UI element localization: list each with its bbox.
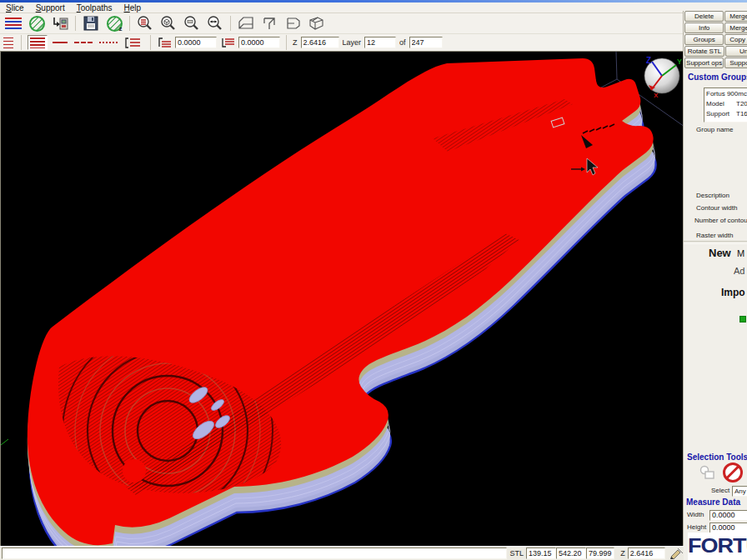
units-button[interactable]: Units [725,46,747,57]
slice-icon [29,16,45,32]
stl-label: STL [509,549,524,558]
upper-offset-icon [157,37,172,48]
stl-dim-y: 542.20 [556,548,586,559]
sliced-part-view: Z Y X [1,52,684,547]
layer-number-input[interactable] [364,37,396,48]
deselect-icon[interactable] [721,461,744,484]
measure-height-label: Height [687,523,706,531]
support-tip-value: T16 tip [736,109,747,119]
layer-toolbar: Z Layer of [0,34,685,52]
menubar: Slice Support Toolpaths Help [0,2,747,13]
dashed-line-button[interactable] [73,36,94,49]
operations-button-grid: Delete Merge op Info Merge clo Groups Co… [684,11,747,69]
group-name-label: Group name [696,126,733,133]
stl-dim-x: 139.15 [526,548,556,559]
model-tip-label: Model [706,100,724,108]
support-ops-button[interactable]: Support ops [684,58,724,68]
solid-line-button[interactable] [51,36,69,49]
fortus-logo: FORTUS [688,534,747,558]
rotate-stl-button[interactable]: Rotate STL [684,46,724,57]
orientation-sphere[interactable]: Z Y X [644,56,682,99]
measure-width-field[interactable]: 0.0000 [709,510,747,521]
z-label: Z [293,38,298,47]
view-left-cube-icon [283,15,303,32]
machine-name: Fortus 900mc [706,90,747,98]
zoom-fit-button[interactable] [158,15,179,32]
zoom-layer-icon [137,15,153,32]
copy-through-button[interactable]: Copy Thro [724,34,747,45]
toolbar-separator [75,16,76,31]
menu-slice[interactable]: Slice [0,3,30,12]
zoom-layer-button[interactable] [134,15,156,32]
import-group-button[interactable]: Impo [721,287,745,298]
main-toolbar: z [0,13,686,34]
layer-total-input[interactable] [409,37,443,48]
layers-toolpaths-button[interactable] [3,15,24,32]
machine-config-list[interactable]: Fortus 900mc Model T20 tip Support T16 t… [704,88,747,122]
info-button[interactable]: Info [684,22,724,33]
zoom-fit-icon [160,15,177,32]
model-tip-value: T20 tip [736,99,747,109]
axis-z-label: Z [646,56,651,65]
axis-x-label: X [654,92,659,99]
save-icon [83,15,99,32]
status-z-value: 2.6416 [628,548,665,559]
view-left-button[interactable] [282,15,303,32]
lower-offset-input[interactable] [238,37,280,48]
zoom-out-button[interactable] [181,15,203,32]
view-corner-cube-icon [259,15,279,32]
shape-select-icon[interactable] [699,465,719,482]
zoom-pan-button[interactable] [204,15,226,32]
custom-groups-header: Custom Groups [688,72,747,82]
status-z-label: Z [620,549,625,558]
axis-y-label: Y [677,58,682,66]
solid-line-icon [53,42,68,43]
select-mode-dropdown[interactable]: Any [732,486,747,497]
group-color-swatch [739,316,746,322]
upper-offset-input[interactable] [175,37,217,48]
modify-group-button[interactable]: M [737,248,744,258]
layer-stripes-icon [30,38,45,48]
zoom-pan-icon [207,15,223,32]
menu-support[interactable]: Support [30,3,71,12]
view-bottom-button[interactable] [235,15,257,32]
z-height-input[interactable] [301,37,339,48]
of-label: of [399,38,406,47]
slice-z-button[interactable]: z [103,15,125,32]
edit-pointer-icon[interactable] [669,548,684,559]
contour-width-label: Contour width [696,204,737,212]
bracket-layers-button[interactable] [123,36,144,49]
measure-width-label: Width [687,511,704,518]
menu-help[interactable]: Help [118,3,148,12]
show-layers-button[interactable] [28,35,48,50]
dotted-line-icon [99,42,118,43]
3d-viewport[interactable]: Z Y X [0,51,684,546]
support-tip-label: Support [706,110,729,118]
save-button[interactable] [80,15,102,32]
panel-separator [684,241,747,244]
statusbar: STL 139.15 542.20 79.999 Z 2.6416 [0,546,684,560]
current-layer-button[interactable] [2,36,15,49]
toolpath-export-button[interactable] [49,15,71,32]
toolbar-separator [21,35,22,50]
add-group-button[interactable]: Ad [734,266,744,276]
merge-closed-button[interactable]: Merge clo [724,22,747,33]
bracket-layers-icon [124,37,143,49]
right-panel: Delete Merge op Info Merge clo Groups Co… [683,11,747,560]
merge-open-button[interactable]: Merge op [724,11,747,22]
groups-button[interactable]: Groups [684,34,724,45]
delete-button[interactable]: Delete [684,11,724,22]
view-corner-button[interactable] [258,15,280,32]
dashed-line-icon [74,42,93,43]
slice-button[interactable] [26,15,48,32]
view-open-button[interactable] [305,15,327,32]
new-group-button[interactable]: New [709,247,731,259]
layer-label: Layer [343,38,362,47]
status-message-field [2,548,507,559]
origin-axis-tick [1,439,8,445]
number-of-contours-label: Number of contours [694,217,747,224]
support-values-button[interactable]: Support va [724,58,747,68]
menu-toolpaths[interactable]: Toolpaths [71,3,118,12]
dotted-line-button[interactable] [98,36,119,49]
toolbar-separator [286,35,287,50]
